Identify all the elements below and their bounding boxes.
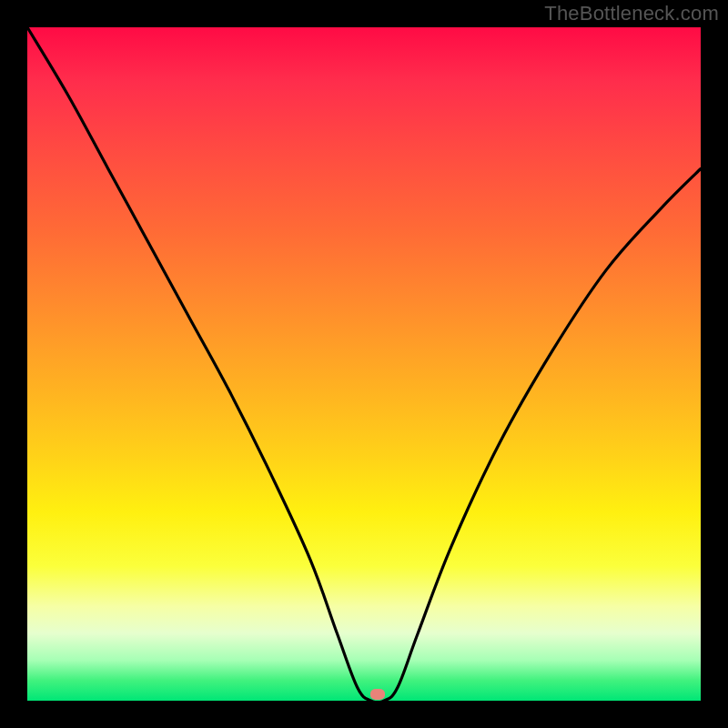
minimum-marker-icon — [370, 689, 385, 700]
bottleneck-curve — [27, 27, 701, 701]
chart-frame: TheBottleneck.com — [0, 0, 728, 728]
attribution-watermark: TheBottleneck.com — [544, 2, 719, 25]
plot-area — [27, 27, 701, 701]
